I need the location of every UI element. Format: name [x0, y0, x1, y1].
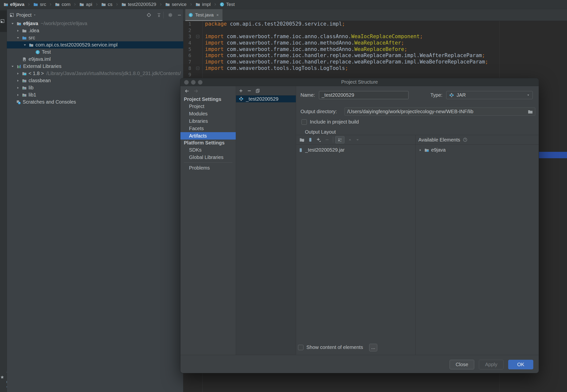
tree-row[interactable]: < 1.8 >/Library/Java/JavaVirtualMachines… [7, 70, 183, 77]
folder-package-icon [55, 2, 60, 7]
breadcrumb-item[interactable]: src [32, 2, 47, 7]
code-line[interactable]: package com.api.cs.test20200529.service.… [205, 21, 567, 27]
code-line[interactable]: import com.weaverboot.frame.ioc.handler.… [205, 59, 567, 65]
editor-tab-test-java[interactable]: C Test.java [185, 9, 222, 21]
chevron-down-icon[interactable] [33, 13, 36, 17]
name-input[interactable]: _test20200529 [319, 91, 409, 99]
tree-arrow-right-icon[interactable] [15, 93, 21, 97]
breadcrumb-item[interactable]: test20200529 [120, 2, 157, 7]
tree-arrow-right-icon[interactable] [418, 148, 422, 152]
sort-alphabetically-toggle[interactable]: az [335, 136, 345, 143]
tree-row-label: e9java.iml [29, 56, 51, 62]
tree-row[interactable]: e9java~/work/project/e9java [7, 20, 183, 27]
available-element-row[interactable]: e9java [418, 146, 446, 154]
output-layout-jar-row[interactable]: _test20200529.jar [298, 146, 345, 154]
include-in-build-checkbox[interactable] [301, 119, 307, 125]
tree-row[interactable]: e9java.iml [7, 56, 183, 63]
tree-row[interactable]: com.api.cs.test20200529.service.impl [7, 41, 183, 48]
help-icon[interactable]: ? [463, 137, 468, 142]
fold-end-icon[interactable] [196, 67, 199, 70]
sidebar-item-libraries[interactable]: Libraries [180, 117, 236, 125]
code-line[interactable]: import com.weaverboot.frame.ioc.anno.cla… [205, 33, 567, 40]
code-token: com.weaverboot.tools.logTools.LogTools [227, 65, 345, 71]
sidebar-item-artifacts[interactable]: Artifacts [180, 132, 236, 140]
locate-icon[interactable] [146, 12, 152, 18]
breadcrumb-item[interactable]: com [54, 2, 71, 7]
tree-arrow-down-icon[interactable] [15, 36, 21, 40]
tree-row[interactable]: classbean [7, 77, 183, 84]
tree-row[interactable]: External Libraries [7, 63, 183, 70]
tree-arrow-down-icon[interactable] [9, 22, 16, 26]
code-line[interactable]: import com.weaverboot.frame.ioc.handler.… [205, 52, 567, 59]
artifact-list-item[interactable]: _test20200529 [236, 95, 296, 102]
remove-artifact-icon[interactable] [247, 88, 252, 93]
sidebar-item-project[interactable]: Project [180, 103, 236, 110]
dialog-titlebar[interactable]: Project Structure [180, 78, 539, 86]
copy-artifact-icon[interactable] [255, 88, 260, 93]
tree-arrow-right-icon[interactable] [15, 86, 21, 90]
breadcrumb-item[interactable]: cs [100, 2, 113, 7]
folder-package-icon [79, 2, 84, 7]
show-content-checkbox[interactable] [298, 345, 303, 350]
add-artifact-icon[interactable] [238, 88, 243, 93]
forward-arrow-icon[interactable] [193, 88, 199, 94]
code-area[interactable]: package com.api.cs.test20200529.service.… [205, 21, 567, 78]
tree-row[interactable]: lib [7, 84, 183, 91]
move-down-icon[interactable] [355, 138, 360, 142]
code-token: import [205, 59, 227, 65]
tree-arrow-right-icon[interactable] [15, 79, 21, 83]
library-icon [21, 78, 28, 83]
breadcrumb-item[interactable]: CTest [219, 2, 236, 7]
tree-row[interactable]: lib1 [7, 91, 183, 98]
code-line[interactable]: import com.weaverboot.frame.ioc.anno.met… [205, 40, 567, 46]
breadcrumb-item[interactable]: service [164, 2, 188, 7]
fold-start-icon[interactable] [196, 35, 199, 38]
browse-folder-icon[interactable] [528, 109, 533, 114]
tree-arrow-right-icon[interactable] [15, 29, 21, 33]
traffic-light-close[interactable] [184, 80, 189, 85]
output-directory-input[interactable]: /Users/daiyingfeng/work/project/ecology-… [345, 108, 535, 116]
tree-row[interactable]: Scratches and Consoles [7, 98, 183, 106]
tree-row[interactable]: src [7, 34, 183, 41]
tree-row-label: e9java [23, 21, 38, 26]
close-button[interactable]: Close [450, 360, 474, 369]
tree-row[interactable]: CTest [7, 48, 183, 56]
traffic-light-zoom[interactable] [198, 80, 203, 85]
tree-arrow-right-icon[interactable] [15, 72, 21, 76]
move-up-icon[interactable] [348, 138, 352, 142]
breadcrumb-item[interactable]: api [78, 2, 93, 7]
close-tab-icon[interactable] [216, 13, 220, 17]
code-line[interactable] [205, 72, 567, 78]
type-combobox[interactable]: JAR [446, 91, 533, 99]
folder-project-icon [16, 21, 22, 26]
tree-arrow-down-icon[interactable] [22, 43, 28, 47]
code-line[interactable]: import com.weaverboot.tools.logTools.Log… [205, 65, 567, 72]
sidebar-item-global-libraries[interactable]: Global Libraries [180, 154, 236, 161]
breadcrumb-item[interactable]: impl [194, 2, 212, 7]
ok-button[interactable]: OK [508, 360, 533, 369]
breadcrumb-item[interactable]: e9java [2, 2, 25, 7]
add-element-icon[interactable] [316, 137, 321, 142]
tree-row[interactable]: .idea [7, 27, 183, 34]
create-archive-icon[interactable] [308, 137, 313, 142]
code-line[interactable] [205, 27, 567, 34]
sidebar-item-problems[interactable]: Problems [180, 164, 236, 172]
tool-stripe-project-button[interactable]: 1: Project [0, 10, 7, 32]
traffic-light-minimize[interactable] [191, 80, 196, 85]
tool-stripe-favorites-button[interactable]: 2: Favorites [0, 364, 7, 390]
remove-element-icon[interactable] [325, 137, 330, 142]
more-options-button[interactable]: ... [369, 344, 377, 351]
back-arrow-icon[interactable] [184, 88, 190, 94]
gutter-line-number: 7 [183, 59, 202, 65]
tree-arrow-down-icon[interactable] [9, 64, 16, 68]
sidebar-item-facets[interactable]: Facets [180, 125, 236, 132]
sidebar-item-modules[interactable]: Modules [180, 110, 236, 117]
hide-panel-icon[interactable] [177, 12, 182, 18]
settings-icon[interactable] [168, 12, 173, 18]
add-copy-of-directory-icon[interactable] [299, 137, 305, 142]
code-line[interactable]: import com.weaverboot.frame.ioc.anno.met… [205, 46, 567, 53]
pane-splitter[interactable] [415, 135, 416, 355]
collapse-all-icon[interactable] [156, 12, 162, 18]
apply-button[interactable]: Apply [479, 360, 504, 369]
sidebar-item-sdks[interactable]: SDKs [180, 146, 236, 154]
